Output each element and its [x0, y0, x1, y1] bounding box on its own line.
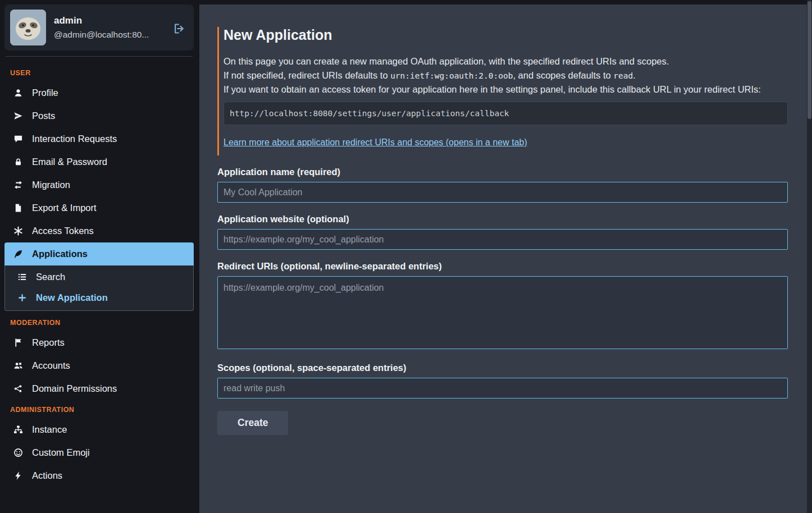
- sidebar-item-email-password[interactable]: Email & Password: [4, 150, 194, 173]
- sidebar-item-label: Actions: [32, 470, 62, 481]
- sidebar-item-label: Export & Import: [32, 203, 97, 213]
- sidebar-item-export-import[interactable]: Export & Import: [4, 196, 194, 219]
- sidebar-item-new-application[interactable]: New Application: [5, 287, 193, 308]
- section-administration: ADMINISTRATION: [4, 400, 194, 418]
- sidebar-item-label: Search: [36, 272, 65, 282]
- intro-line-1: On this page you can create a new manage…: [223, 54, 788, 68]
- users-icon: [11, 361, 25, 370]
- exchange-arrows-icon: [11, 180, 25, 190]
- file-export-icon: [11, 203, 25, 213]
- paper-plane-icon: [11, 111, 25, 121]
- comment-icon: [11, 134, 25, 144]
- intro-text: On this page you can create a new manage…: [223, 54, 788, 96]
- sidebar-item-reports[interactable]: Reports: [4, 331, 194, 354]
- asterisk-icon: [11, 226, 25, 236]
- sidebar-item-label: Instance: [32, 424, 67, 435]
- sidebar-divider: [6, 56, 193, 57]
- sidebar-item-custom-emoji[interactable]: Custom Emoji: [4, 441, 194, 464]
- main-panel: New Application On this page you can cre…: [199, 4, 807, 513]
- application-name-input[interactable]: [217, 182, 788, 203]
- user-meta: admin @admin@localhost:80...: [54, 15, 166, 40]
- page-header: New Application On this page you can cre…: [217, 27, 788, 155]
- section-user: USER: [4, 63, 194, 81]
- sidebar-item-actions[interactable]: Actions: [4, 464, 194, 487]
- redirect-uris-textarea[interactable]: [217, 276, 788, 349]
- sidebar-item-label: Reports: [32, 337, 65, 348]
- user-icon: [11, 88, 25, 98]
- sidebar-item-label: Access Tokens: [32, 226, 94, 236]
- sidebar-item-search[interactable]: Search: [5, 267, 193, 287]
- create-button[interactable]: Create: [217, 411, 288, 435]
- sidebar-item-label: Email & Password: [32, 157, 107, 167]
- callback-url-codeblock: http://localhost:8080/settings/user/appl…: [223, 102, 788, 125]
- scopes-label: Scopes (optional, space-separated entrie…: [217, 363, 788, 373]
- feather-icon: [11, 249, 25, 259]
- intro-line-3: If you want to obtain an access token fo…: [223, 83, 788, 97]
- sidebar-item-label: New Application: [36, 292, 108, 303]
- sidebar-item-accounts[interactable]: Accounts: [4, 354, 194, 377]
- section-moderation: MODERATION: [4, 313, 194, 331]
- scopes-input[interactable]: [217, 378, 788, 399]
- redirect-uris-label: Redirect URIs (optional, newline-separat…: [217, 261, 788, 272]
- inline-code-oob: urn:ietf:wg:oauth:2.0:oob: [390, 71, 513, 80]
- plus-icon: [15, 293, 29, 303]
- list-icon: [15, 272, 29, 282]
- sidebar: admin @admin@localhost:80... USER Profil…: [0, 0, 199, 513]
- lock-icon: [11, 157, 25, 167]
- learn-more-link[interactable]: Learn more about application redirect UR…: [223, 138, 527, 148]
- sidebar-item-access-tokens[interactable]: Access Tokens: [4, 219, 194, 242]
- sidebar-item-applications[interactable]: Applications: [4, 242, 194, 265]
- user-card[interactable]: admin @admin@localhost:80...: [4, 4, 194, 51]
- scrollbar-thumb[interactable]: [808, 1, 811, 119]
- intro-line-2: If not specified, redirect URIs defaults…: [223, 68, 788, 83]
- sidebar-item-label: Accounts: [32, 360, 70, 371]
- network-icon: [11, 384, 25, 393]
- sidebar-item-instance[interactable]: Instance: [4, 418, 194, 441]
- sitemap-icon: [11, 425, 25, 434]
- applications-submenu: Search New Application: [4, 265, 194, 311]
- flag-icon: [11, 338, 25, 347]
- page-scrollbar[interactable]: [807, 0, 812, 513]
- applications-group: Applications Search New Application: [4, 242, 194, 311]
- sidebar-item-label: Custom Emoji: [32, 447, 90, 458]
- smiley-icon: [11, 448, 25, 457]
- sidebar-item-label: Profile: [32, 88, 58, 98]
- application-name-label: Application name (required): [217, 167, 788, 177]
- username: admin: [54, 15, 166, 26]
- bolt-icon: [11, 471, 25, 480]
- sidebar-item-label: Posts: [32, 111, 55, 121]
- sidebar-item-posts[interactable]: Posts: [4, 104, 194, 127]
- sidebar-item-interaction-requests[interactable]: Interaction Requests: [4, 127, 194, 150]
- page-title: New Application: [223, 27, 788, 43]
- avatar: [10, 10, 46, 45]
- sidebar-item-label: Migration: [32, 180, 70, 190]
- sidebar-item-domain-permissions[interactable]: Domain Permissions: [4, 377, 194, 400]
- sidebar-item-label: Interaction Requests: [32, 134, 117, 144]
- sidebar-item-label: Applications: [32, 249, 88, 259]
- sidebar-item-migration[interactable]: Migration: [4, 173, 194, 196]
- sidebar-item-label: Domain Permissions: [32, 383, 117, 394]
- new-application-form: Application name (required) Application …: [217, 167, 788, 435]
- application-website-label: Application website (optional): [217, 214, 788, 225]
- sidebar-item-profile[interactable]: Profile: [4, 81, 194, 104]
- logout-icon[interactable]: [174, 21, 188, 34]
- user-handle: @admin@localhost:80...: [54, 30, 166, 40]
- application-website-input[interactable]: [217, 229, 788, 250]
- inline-code-read: read: [613, 71, 633, 80]
